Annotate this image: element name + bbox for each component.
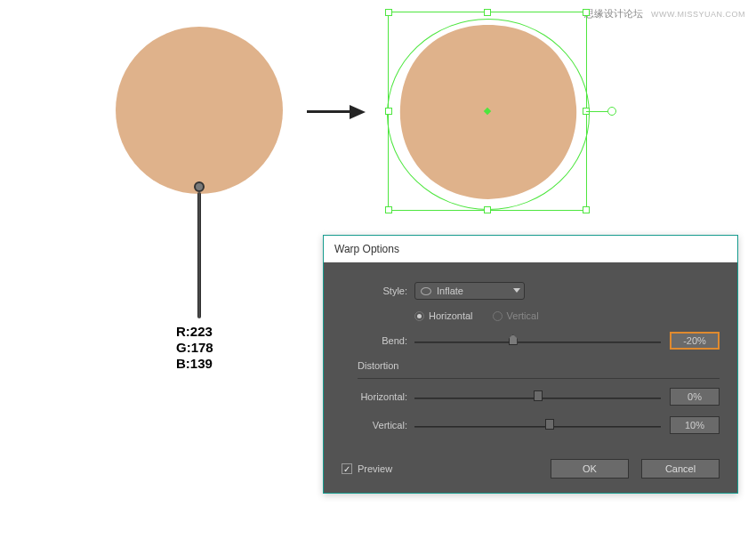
- cancel-button[interactable]: Cancel: [641, 459, 720, 479]
- distortion-h-value-input[interactable]: 0%: [670, 388, 720, 406]
- distortion-v-slider[interactable]: [414, 417, 661, 433]
- slider-thumb-icon[interactable]: [509, 334, 518, 345]
- style-value: Inflate: [437, 286, 463, 296]
- resize-handle-ml[interactable]: [385, 108, 392, 115]
- distortion-h-row: Horizontal: 0%: [342, 388, 720, 406]
- preview-label: Preview: [358, 463, 392, 474]
- color-readout: R:223 G:178 B:139: [176, 324, 213, 372]
- resize-handle-bl[interactable]: [385, 206, 392, 213]
- slider-thumb-icon[interactable]: [545, 419, 554, 430]
- style-dropdown[interactable]: Inflate: [414, 282, 525, 300]
- color-b: B:139: [176, 356, 213, 372]
- resize-handle-bm[interactable]: [484, 206, 491, 213]
- watermark: 思缘设计论坛 WWW.MISSYUAN.COM: [584, 7, 745, 20]
- arrow-icon: [307, 103, 366, 119]
- dialog-body: Style: Inflate Horizontal Vertical Bend:: [324, 262, 737, 493]
- source-circle: [116, 27, 283, 194]
- resize-handle-tm[interactable]: [484, 9, 491, 16]
- distortion-v-label: Vertical:: [342, 420, 407, 430]
- color-g: G:178: [176, 340, 213, 356]
- orientation-vertical-radio[interactable]: Vertical: [493, 310, 539, 321]
- resize-handle-tl[interactable]: [385, 9, 392, 16]
- dialog-title: Warp Options: [324, 236, 737, 262]
- checkbox-icon: ✓: [342, 463, 352, 474]
- resize-handle-br[interactable]: [583, 206, 590, 213]
- radio-icon: [493, 311, 503, 321]
- preview-checkbox[interactable]: ✓ Preview: [342, 463, 392, 474]
- chevron-down-icon: [513, 288, 520, 293]
- orientation-horizontal-label: Horizontal: [429, 310, 473, 321]
- distortion-v-row: Vertical: 10%: [342, 416, 720, 434]
- distortion-group-label: Distortion: [358, 360, 720, 371]
- style-row: Style: Inflate: [342, 282, 720, 300]
- rotate-handle[interactable]: [607, 107, 616, 116]
- leader-line: [197, 192, 201, 318]
- distortion-v-value-input[interactable]: 10%: [670, 416, 720, 434]
- watermark-cn: 思缘设计论坛: [584, 8, 643, 19]
- orientation-vertical-label: Vertical: [507, 310, 539, 321]
- inflate-icon: [421, 287, 431, 295]
- selection-bounding-box[interactable]: [388, 12, 587, 211]
- style-label: Style:: [342, 286, 407, 296]
- bend-value-input[interactable]: -20%: [670, 332, 720, 350]
- resize-handle-tr[interactable]: [583, 9, 590, 16]
- ok-button[interactable]: OK: [551, 459, 629, 479]
- bend-label: Bend:: [342, 335, 407, 346]
- watermark-url: WWW.MISSYUAN.COM: [651, 10, 745, 19]
- warp-options-dialog: Warp Options Style: Inflate Horizontal V…: [323, 235, 738, 494]
- distortion-h-label: Horizontal:: [342, 391, 407, 402]
- slider-thumb-icon[interactable]: [534, 390, 543, 401]
- orientation-horizontal-radio[interactable]: Horizontal: [414, 310, 473, 321]
- bend-slider[interactable]: [414, 333, 661, 349]
- radio-icon: [414, 311, 424, 321]
- divider: [358, 378, 720, 379]
- anchor-point-icon: [194, 181, 205, 192]
- rotate-arm: [586, 111, 607, 112]
- color-r: R:223: [176, 324, 213, 340]
- orientation-row: Horizontal Vertical: [342, 310, 720, 321]
- distortion-h-slider[interactable]: [414, 389, 661, 405]
- bend-row: Bend: -20%: [342, 332, 720, 350]
